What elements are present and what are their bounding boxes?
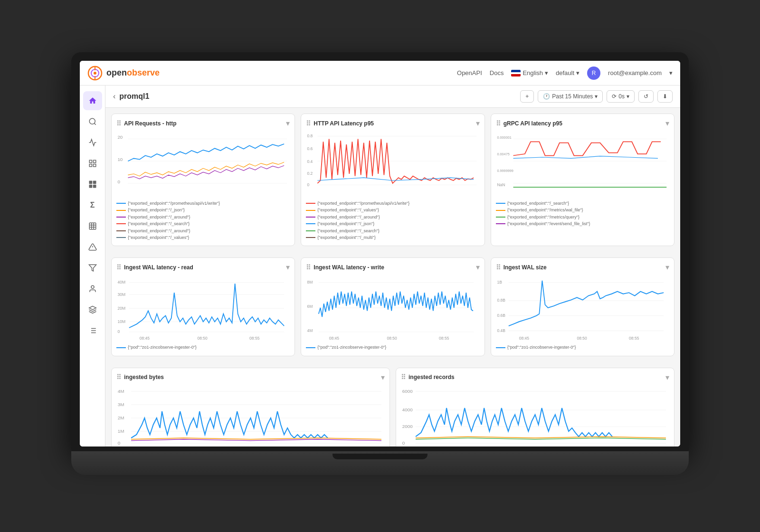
chart-menu-button[interactable]: ▾ (665, 373, 669, 382)
svg-text:1B: 1B (497, 280, 502, 285)
svg-text:0.8: 0.8 (307, 133, 313, 138)
chart-menu-button[interactable]: ▾ (476, 119, 480, 128)
chart-wal-size: ⠿ Ingest WAL size ▾ 1B 0.8B 0. (491, 257, 674, 356)
svg-text:0.000001: 0.000001 (497, 136, 511, 140)
legend-label: {"exported_endpoint":"/_search"} (128, 220, 190, 227)
drag-handle-icon: ⠿ (496, 120, 501, 127)
svg-text:4000: 4000 (402, 407, 413, 412)
chart-menu-button[interactable]: ▾ (665, 119, 669, 128)
svg-point-2 (94, 72, 96, 75)
legend-item: {"exported_endpoint":"/_around"} (116, 228, 290, 234)
drag-handle-icon: ⠿ (116, 120, 121, 127)
back-button[interactable]: ‹ (113, 92, 115, 101)
sidebar-item-filter[interactable] (83, 258, 102, 277)
add-panel-button[interactable]: + (520, 90, 534, 103)
language-selector[interactable]: English ▾ (511, 69, 548, 76)
chart-legend: {"exported_endpoint":"/prometheus/api/v1… (306, 200, 479, 241)
sidebar-item-user[interactable] (83, 279, 102, 298)
time-chevron-icon: ▾ (595, 93, 598, 100)
legend-color (306, 237, 315, 238)
svg-point-5 (89, 118, 95, 124)
svg-text:6000: 6000 (402, 389, 413, 394)
time-selector[interactable]: 🕐 Past 15 Minutes ▾ (538, 90, 603, 103)
chart-api-requests: ⠿ API Requests - http ▾ 20 10 (111, 114, 295, 246)
laptop-container: openobserve OpenAPI Docs English ▾ defau… (71, 52, 689, 480)
svg-text:40M: 40M (117, 280, 125, 285)
svg-text:0.8B: 0.8B (497, 298, 505, 303)
download-button[interactable]: ⬇ (657, 90, 673, 103)
sidebar-item-home[interactable] (83, 91, 102, 110)
legend-item: {"exported_endpoint":"/_json"} (306, 220, 479, 227)
sidebar-item-search[interactable] (83, 112, 102, 131)
org-label: default (556, 69, 574, 76)
legend-item: {"exported_endpoint":"/_json"} (116, 207, 290, 213)
svg-rect-7 (89, 160, 92, 162)
chart-svg: 20 10 0 (116, 131, 290, 197)
legend-color (306, 203, 315, 204)
legend-label: {"exported_endpoint":"/metrics/query"} (507, 214, 580, 220)
reload-button[interactable]: ↺ (638, 90, 654, 103)
legend-color (496, 347, 505, 348)
svg-text:08:45: 08:45 (329, 336, 339, 341)
chart-body: 8M 6M 4M 08:45 08:50 08:55 (306, 275, 479, 341)
sidebar-item-table[interactable] (83, 217, 102, 236)
chart-wal-write: ⠿ Ingest WAL latency - write ▾ 8M 6M (301, 257, 484, 356)
chart-header: ⠿ API Requests - http ▾ (116, 119, 290, 128)
svg-point-23 (91, 285, 94, 288)
docs-link[interactable]: Docs (490, 69, 504, 76)
svg-text:4M: 4M (307, 328, 313, 333)
chart-menu-button[interactable]: ▾ (476, 263, 480, 272)
sidebar-item-metrics[interactable] (83, 133, 102, 152)
chart-menu-button[interactable]: ▾ (381, 373, 385, 382)
chart-body: 4M 3M 2M 1M 0 (116, 385, 385, 446)
sidebar-item-list[interactable] (83, 321, 102, 340)
legend-label: {"exported_endpoint":"/metrics/wal_file"… (507, 207, 583, 213)
chart-svg: 0.000001 0.00475 0.9999999 NaN (496, 131, 669, 197)
chart-title: ⠿ ingested records (401, 373, 455, 381)
chart-svg: 6000 4000 2000 0 (401, 385, 669, 446)
legend-item: {"exported_endpoint":"/prometheus/api/v1… (116, 200, 290, 207)
chart-title-text: Ingest WAL size (504, 264, 547, 271)
laptop-notch (332, 454, 428, 459)
svg-text:08:50: 08:50 (197, 336, 207, 341)
drag-handle-icon: ⠿ (496, 264, 501, 271)
chart-menu-button[interactable]: ▾ (286, 263, 290, 272)
openapi-link[interactable]: OpenAPI (457, 69, 482, 76)
legend-color (116, 223, 126, 224)
legend-label: {"pod":"zo1-zincobserve-ingester-0"} (317, 344, 386, 351)
sidebar-item-dashboard[interactable] (83, 154, 102, 173)
chart-legend: {"pod":"zo1-zincobserve-ingester-0"} (496, 344, 669, 351)
legend-item: {"exported_endpoint":"/_values"} (116, 234, 290, 241)
sidebar-item-sum[interactable]: Σ (83, 196, 102, 215)
svg-text:0.00475: 0.00475 (497, 153, 509, 157)
chart-menu-button[interactable]: ▾ (665, 263, 669, 272)
chart-title-text: gRPC API latency p95 (504, 120, 562, 127)
org-selector[interactable]: default ▾ (556, 69, 580, 76)
sidebar-item-alert[interactable] (83, 238, 102, 256)
sidebar-item-apps[interactable] (83, 175, 102, 194)
legend-color (116, 347, 126, 348)
chart-wal-read: ⠿ Ingest WAL latency - read ▾ 40M 30M (111, 257, 295, 356)
sidebar: Σ (80, 86, 105, 446)
svg-text:08:55: 08:55 (249, 336, 259, 341)
org-chevron-icon: ▾ (576, 69, 580, 76)
dashboard-title-area: ‹ promql1 (113, 92, 149, 101)
chart-menu-button[interactable]: ▾ (286, 119, 290, 128)
sidebar-item-integrations[interactable] (83, 300, 102, 319)
user-chevron-icon: ▾ (669, 69, 673, 76)
chart-header: ⠿ HTTP API Latency p95 ▾ (306, 119, 479, 128)
legend-color (496, 223, 505, 224)
legend-item: {"exported_endpoint":"/_search"} (496, 200, 669, 207)
svg-text:20: 20 (117, 135, 123, 140)
svg-text:2000: 2000 (402, 424, 413, 429)
svg-text:6M: 6M (307, 304, 313, 309)
legend-label: {"exported_endpoint":"/_multi"} (317, 234, 375, 241)
svg-text:2M: 2M (118, 415, 124, 420)
chart-header: ⠿ Ingest WAL latency - write ▾ (306, 263, 479, 272)
refresh-selector[interactable]: ⟳ 0s ▾ (607, 90, 635, 103)
drag-handle-icon: ⠿ (116, 264, 121, 271)
legend-label: {"exported_endpoint":"/prometheus/api/v1… (317, 200, 409, 207)
svg-text:08:45: 08:45 (140, 336, 150, 341)
dashboard-area: ‹ promql1 + 🕐 Past 15 Minutes (105, 86, 680, 446)
legend-item: {"exported_endpoint":"/_values"} (306, 207, 479, 213)
